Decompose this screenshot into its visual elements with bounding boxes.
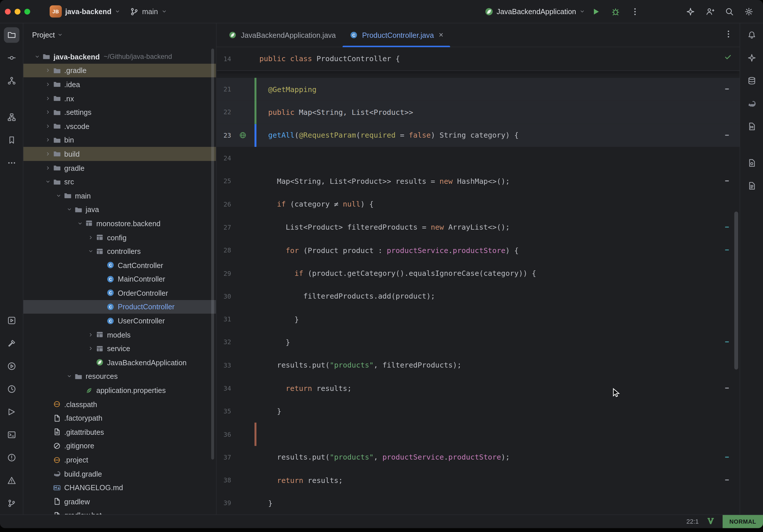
- code-line-32[interactable]: 32 }: [216, 331, 740, 354]
- code-line-36[interactable]: 36: [216, 423, 740, 446]
- line-number[interactable]: 21: [216, 86, 231, 93]
- tree-row-gradle[interactable]: gradle: [23, 161, 216, 175]
- tree-row-idea[interactable]: .idea: [23, 77, 216, 91]
- tree-row-ordercontroller[interactable]: COrderController: [23, 286, 216, 300]
- line-number[interactable]: 31: [216, 316, 231, 323]
- tree-row-gitattributes[interactable]: .gitattributes: [23, 425, 216, 439]
- code-line-39[interactable]: 39 }: [216, 492, 740, 515]
- problems-tool-button[interactable]: [4, 450, 19, 465]
- line-number[interactable]: 25: [216, 178, 231, 185]
- line-number[interactable]: 28: [216, 247, 231, 254]
- tree-row-javabackendapplication[interactable]: JavaBackendApplication: [23, 356, 216, 369]
- tree-row-models[interactable]: models: [23, 328, 216, 342]
- minimize-window-button[interactable]: [15, 8, 21, 14]
- code-line-25[interactable]: 25 Map<String, List<Product>> results = …: [216, 170, 740, 193]
- code-with-me-button[interactable]: [702, 3, 718, 20]
- chevron-right-icon[interactable]: [87, 331, 94, 338]
- chevron-right-icon[interactable]: [44, 67, 52, 74]
- ai-assistant-button[interactable]: [682, 3, 699, 20]
- branch-selector[interactable]: main: [130, 7, 166, 16]
- line-number[interactable]: 30: [216, 292, 231, 300]
- line-number[interactable]: 39: [216, 500, 231, 507]
- tab-javabackendapplication[interactable]: JavaBackendApplication.java: [221, 23, 343, 47]
- structure-tool-button[interactable]: [4, 109, 19, 125]
- line-number[interactable]: 22: [216, 109, 231, 116]
- project-selector[interactable]: JB java-backend: [50, 5, 120, 18]
- code-line-38[interactable]: 38 return results;: [216, 469, 740, 492]
- code-line-22[interactable]: 22 public Map<String, List<Product>>: [216, 101, 740, 124]
- chevron-down-icon[interactable]: [76, 220, 84, 227]
- chevron-down-icon[interactable]: [44, 178, 52, 185]
- code-line-24[interactable]: 24: [216, 147, 740, 170]
- build-tool-button[interactable]: [4, 335, 19, 351]
- project-scrollbar[interactable]: [211, 49, 214, 460]
- line-number[interactable]: 27: [216, 224, 231, 231]
- code-line-33[interactable]: 33 results.put("products", filteredProdu…: [216, 354, 740, 377]
- tree-row-classpath[interactable]: .classpath: [23, 397, 216, 411]
- play-console-tool-button[interactable]: [4, 404, 19, 419]
- database-tool-button[interactable]: [744, 73, 759, 88]
- run-config-selector[interactable]: JavaBackendApplication: [485, 7, 585, 16]
- tree-row-gradlew-bat[interactable]: gradlew.bat: [23, 508, 216, 514]
- tree-row-gradlew[interactable]: gradlew: [23, 494, 216, 508]
- code-line-29[interactable]: 29 if (product.getCategory().equalsIgnor…: [216, 262, 740, 285]
- tree-row-build[interactable]: build: [23, 147, 216, 161]
- chevron-down-icon[interactable]: [65, 372, 73, 380]
- tree-row-vscode[interactable]: .vscode: [23, 119, 216, 133]
- chevron-down-icon[interactable]: [65, 206, 73, 213]
- documentation-tool-button[interactable]: [744, 178, 759, 193]
- chevron-down-icon[interactable]: [54, 192, 62, 200]
- tree-row-project[interactable]: .project: [23, 453, 216, 467]
- project-panel-header[interactable]: Project: [23, 23, 216, 46]
- tree-row-maincontroller[interactable]: CMainController: [23, 272, 216, 286]
- chevron-right-icon[interactable]: [87, 233, 94, 241]
- chevron-right-icon[interactable]: [44, 136, 52, 144]
- tree-row-bin[interactable]: bin: [23, 133, 216, 147]
- vim-mode-badge[interactable]: NORMAL: [722, 515, 763, 528]
- tree-row-config[interactable]: config: [23, 231, 216, 244]
- dependencies-tool-button[interactable]: [744, 155, 759, 170]
- line-number[interactable]: 38: [216, 477, 231, 484]
- code-line-14[interactable]: 14public class ProductController {: [216, 47, 740, 71]
- notifications-tool-button[interactable]: [744, 27, 759, 43]
- tree-row-main[interactable]: main: [23, 189, 216, 202]
- search-everywhere-button[interactable]: [721, 3, 738, 20]
- line-number[interactable]: 36: [216, 431, 231, 438]
- more-actions-button[interactable]: [627, 3, 643, 20]
- profiler-tool-button[interactable]: [4, 381, 19, 397]
- tree-row-monostore-backend[interactable]: monostore.backend: [23, 216, 216, 230]
- code-line-23[interactable]: 23 getAll(@RequestParam(required = false…: [216, 124, 740, 147]
- gradle-tool-button[interactable]: [744, 95, 759, 111]
- tree-row-factorypath[interactable]: .factorypath: [23, 411, 216, 425]
- chevron-right-icon[interactable]: [44, 164, 52, 172]
- endpoint-icon[interactable]: [231, 132, 255, 139]
- line-number[interactable]: 32: [216, 339, 231, 346]
- line-number[interactable]: 34: [216, 384, 231, 392]
- code-line-31[interactable]: 31 }: [216, 308, 740, 331]
- chevron-right-icon[interactable]: [44, 150, 52, 158]
- debug-button[interactable]: [607, 3, 624, 20]
- tree-row-settings[interactable]: .settings: [23, 105, 216, 119]
- tree-row-productcontroller[interactable]: CProductController: [23, 300, 216, 314]
- line-number[interactable]: 29: [216, 270, 231, 277]
- editor[interactable]: 14public class ProductController { 21 @G…: [216, 47, 740, 515]
- code-line-34[interactable]: 34 return results;: [216, 377, 740, 400]
- project-tool-button[interactable]: [4, 27, 19, 43]
- inspections-status-icon[interactable]: [724, 53, 732, 63]
- chevron-right-icon[interactable]: [44, 122, 52, 130]
- code-line-30[interactable]: 30 filteredProducts.add(product);: [216, 285, 740, 308]
- chevron-right-icon[interactable]: [44, 94, 52, 102]
- line-number[interactable]: 37: [216, 454, 231, 461]
- zoom-window-button[interactable]: [24, 8, 30, 14]
- tree-row-resources[interactable]: resources: [23, 369, 216, 383]
- line-number[interactable]: 26: [216, 201, 231, 208]
- chevron-right-icon[interactable]: [87, 345, 94, 353]
- tab-options-icon[interactable]: [724, 30, 733, 41]
- line-number[interactable]: 23: [216, 132, 231, 139]
- tree-row-cartcontroller[interactable]: CCartController: [23, 258, 216, 272]
- tree-row-java[interactable]: java: [23, 202, 216, 216]
- tree-row-gradle[interactable]: .gradle: [23, 63, 216, 77]
- settings-button[interactable]: [740, 3, 757, 20]
- run-tool-button[interactable]: [4, 358, 19, 373]
- todo-tool-button[interactable]: [4, 473, 19, 488]
